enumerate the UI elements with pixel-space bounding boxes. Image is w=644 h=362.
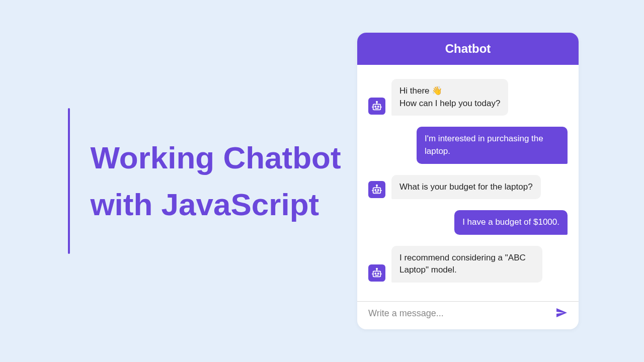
accent-bar [68, 108, 70, 254]
chat-header: Chatbot [357, 33, 579, 65]
user-message-bubble: I have a budget of $1000. [454, 210, 568, 235]
bot-message-bubble: I recommend considering a "ABC Laptop" m… [391, 246, 542, 283]
svg-rect-4 [373, 188, 381, 194]
svg-point-3 [378, 106, 379, 107]
svg-rect-0 [373, 105, 381, 110]
svg-point-6 [375, 190, 376, 191]
chat-widget: Chatbot Hi there 👋 How can I help you to… [357, 33, 579, 329]
message-input[interactable] [368, 308, 549, 319]
bot-message-row: I recommend considering a "ABC Laptop" m… [368, 246, 568, 283]
svg-point-5 [376, 185, 377, 186]
robot-icon [368, 264, 385, 282]
user-message-bubble: I'm interested in purchasing the laptop. [417, 127, 568, 163]
page-headline: Working Chatbot with JavaScript [90, 134, 357, 228]
send-button[interactable] [555, 307, 568, 320]
svg-point-7 [378, 190, 379, 191]
chat-input-bar [357, 301, 579, 329]
svg-rect-8 [373, 271, 381, 277]
user-message-row: I have a budget of $1000. [368, 210, 568, 235]
bot-message-bubble: Hi there 👋 How can I help you today? [391, 79, 508, 116]
robot-icon [368, 181, 385, 198]
bot-message-row: What is your budget for the laptop? [368, 175, 568, 200]
bot-message-row: Hi there 👋 How can I help you today? [368, 79, 568, 116]
chat-body: Hi there 👋 How can I help you today?I'm … [357, 65, 579, 301]
svg-point-11 [378, 273, 379, 274]
send-icon [555, 307, 568, 320]
svg-point-9 [376, 268, 377, 269]
svg-point-10 [375, 273, 376, 274]
svg-point-1 [376, 102, 377, 103]
user-message-row: I'm interested in purchasing the laptop. [368, 127, 568, 163]
headline-section: Working Chatbot with JavaScript [0, 108, 357, 254]
svg-point-2 [375, 106, 376, 107]
robot-icon [368, 98, 385, 115]
bot-message-bubble: What is your budget for the laptop? [391, 175, 541, 200]
